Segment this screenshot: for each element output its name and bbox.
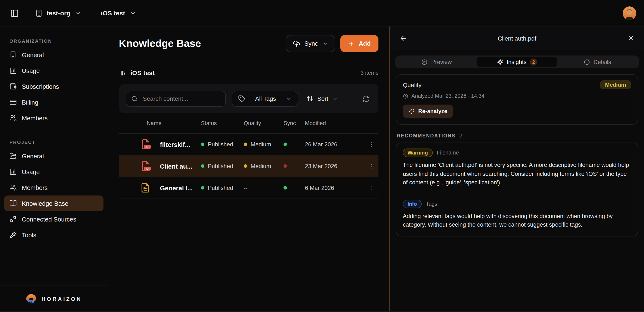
detail-tabs: Preview Insights 2 Details [395,55,639,68]
sidebar-item-knowledge-base[interactable]: Knowledge Base [4,195,104,211]
sidebar-item-subscriptions[interactable]: Subscriptions [4,79,104,94]
modified-date: 26 Mar 2026 [305,141,365,148]
clock-icon [403,93,408,99]
row-menu-button[interactable] [365,183,378,193]
reanalyze-button[interactable]: Re-analyze [403,105,453,118]
project-name: iOS test [101,9,125,17]
sidebar-item-label: Subscriptions [22,83,59,90]
sidebar-item-label: Knowledge Base [22,200,68,207]
row-menu-button[interactable] [365,161,378,171]
chevron-down-icon [75,10,81,16]
document-title: Client auth.pdf [390,35,644,42]
info-badge: Info [403,199,422,208]
reanalyze-label: Re-analyze [418,108,447,114]
sidebar-item-label: General [22,51,44,58]
refresh-icon [362,95,370,102]
table-row-selected[interactable]: PDF Client au... Published Medium 23 Mar… [119,155,378,177]
sync-dot [284,143,287,146]
sidebar: ORGANIZATION General Usage Subscriptions… [0,26,108,312]
sidebar-item-org-general[interactable]: General [4,47,104,63]
sidebar-item-project-members[interactable]: Members [4,180,104,195]
back-button[interactable] [397,32,410,45]
warning-badge: Warning [403,149,432,157]
sidebar-item-label: Members [22,184,48,191]
content-table: Name Status Quality Sync Modified PDF fi… [119,113,378,199]
table-row[interactable]: PDF filterskif... Published Medium 26 Ma… [119,134,378,155]
analyzed-timestamp: Analyzed Mar 23, 2026 · 14:34 [411,93,484,99]
row-menu-button[interactable] [365,139,378,149]
sidebar-item-label: Usage [22,67,40,74]
sidebar-toggle-button[interactable] [8,6,22,20]
tab-preview[interactable]: Preview [396,57,477,67]
close-button[interactable] [625,32,637,44]
user-avatar[interactable] [622,6,636,20]
sidebar-item-org-usage[interactable]: Usage [4,63,104,79]
all-tags-filter[interactable]: All Tags [232,91,298,107]
refresh-button[interactable] [361,93,372,104]
column-name: Name [147,120,201,126]
top-bar: test-org iOS test [0,0,644,26]
brand-name: HORAIZON [42,296,82,302]
modified-date: 23 Mar 2026 [305,163,365,169]
column-modified: Modified [305,120,378,126]
sidebar-item-project-usage[interactable]: Usage [4,164,104,180]
book-open-icon [10,200,17,207]
quality-label: Quality [403,81,422,88]
search-input[interactable] [142,95,220,102]
detail-panel-header: Client auth.pdf [390,26,644,50]
chevron-down-icon [332,96,338,101]
file-name: Client au... [160,162,201,170]
recommendation-item: Info Tags Adding relevant tags would hel… [396,193,638,236]
search-box[interactable] [126,91,226,107]
sidebar-item-project-general[interactable]: General [4,148,104,164]
org-switcher[interactable]: test-org [35,9,81,17]
sidebar-item-billing[interactable]: Billing [4,94,104,110]
status-dot [201,164,204,168]
add-button[interactable]: Add [340,35,378,52]
sort-button[interactable]: Sort [304,91,340,107]
tab-label: Insights [506,59,526,65]
wrench-icon [10,231,17,239]
quality-dot [244,164,247,168]
tab-insights[interactable]: Insights 2 [477,57,557,67]
unplug-icon [10,216,17,223]
quality-text: -- [244,185,248,191]
detail-panel: Client auth.pdf Preview Insights 2 Det [389,26,644,312]
recommendations-count: 2 [460,133,462,138]
tab-label: Preview [431,59,452,65]
info-icon [584,59,590,65]
table-row[interactable]: General I... Published -- 6 Mar 2026 [119,177,378,199]
project-switcher[interactable]: iOS test [101,9,136,17]
add-label: Add [359,40,371,47]
collection-name: iOS test [130,69,154,76]
sidebar-section-project: PROJECT [10,140,108,145]
status-text: Published [208,163,233,169]
sidebar-item-tools[interactable]: Tools [4,227,104,243]
library-icon [119,69,126,76]
sidebar-item-org-members[interactable]: Members [4,110,104,126]
folder-open-icon [10,152,17,160]
chevron-down-icon [286,96,292,101]
quality-text: Medium [250,163,271,169]
sidebar-item-connected-sources[interactable]: Connected Sources [4,211,104,227]
recommendation-item: Warning Filename The filename 'Client au… [396,143,638,193]
recommendations-card: Warning Filename The filename 'Client au… [396,143,638,236]
tab-label: Details [594,59,611,65]
chart-column-icon [10,67,17,74]
recommendation-text: The filename 'Client auth.pdf' is not ve… [403,161,631,187]
window-bottom-edge [0,311,644,312]
recommendation-text: Adding relevant tags would help with dis… [403,212,631,229]
arrow-up-down-icon [306,95,314,102]
credit-card-icon [10,99,17,106]
modified-date: 6 Mar 2026 [305,185,365,191]
search-icon [131,95,138,102]
cloud-upload-icon [293,40,300,47]
sidebar-section-organization: ORGANIZATION [10,38,108,43]
tab-details[interactable]: Details [557,57,638,67]
arrow-left-icon [400,34,407,42]
svg-text:PDF: PDF [144,167,150,170]
sparkles-icon [497,59,503,65]
quality-text: Medium [250,141,271,148]
main-content: Knowledge Base Sync Add iOS test [108,26,389,312]
sync-button[interactable]: Sync [286,35,335,52]
